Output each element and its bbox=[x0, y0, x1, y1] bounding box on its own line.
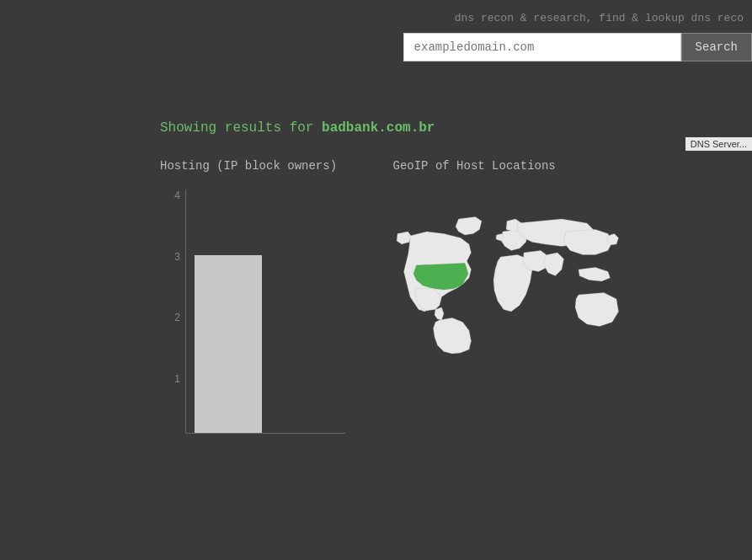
world-map-container bbox=[393, 189, 753, 379]
world-map bbox=[393, 189, 629, 375]
y-label-2: 2 bbox=[174, 312, 180, 323]
y-label-1: 1 bbox=[174, 373, 180, 385]
dns-server-badge: DNS Server... bbox=[685, 137, 752, 151]
y-label-3: 3 bbox=[174, 251, 180, 263]
search-button[interactable]: Search bbox=[681, 33, 752, 61]
search-bar: Search bbox=[403, 33, 752, 61]
search-input[interactable] bbox=[403, 33, 681, 61]
header: dns recon & research, find & lookup dns … bbox=[0, 0, 752, 70]
y-label-4: 4 bbox=[174, 189, 180, 201]
bar-1 bbox=[195, 255, 262, 433]
right-panel: GeoIP of Host Locations bbox=[376, 151, 753, 434]
results-line: Showing results for badbank.com.br bbox=[160, 120, 752, 136]
main-content: Hosting (IP block owners) 4 3 2 1 GeoIP … bbox=[0, 151, 752, 434]
left-panel: Hosting (IP block owners) 4 3 2 1 bbox=[0, 151, 376, 434]
left-panel-title: Hosting (IP block owners) bbox=[160, 159, 376, 173]
tagline: dns recon & research, find & lookup dns … bbox=[455, 12, 752, 24]
domain-name: badbank.com.br bbox=[322, 120, 435, 136]
right-panel-title: GeoIP of Host Locations bbox=[393, 159, 753, 173]
y-axis: 4 3 2 1 bbox=[160, 189, 185, 434]
showing-prefix: Showing results for bbox=[160, 120, 322, 136]
bar-chart: 4 3 2 1 bbox=[160, 189, 345, 434]
chart-area bbox=[185, 189, 345, 434]
